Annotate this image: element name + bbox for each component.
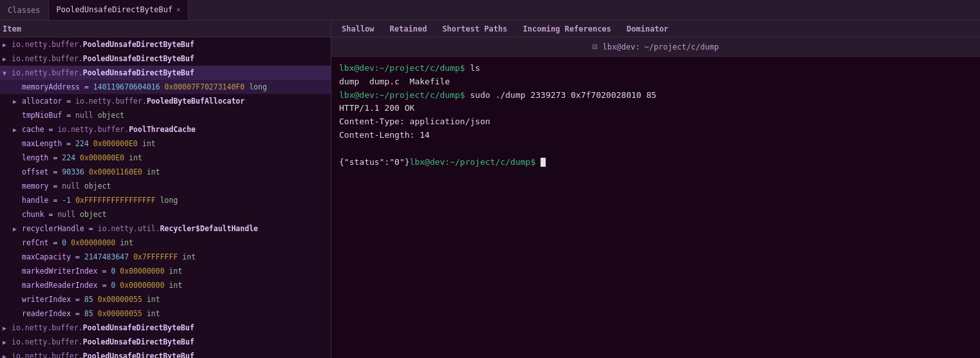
column-header-row: Item — [0, 21, 331, 37]
left-panel: Item ▶ io.netty.buffer.PooledUnsafeDirec… — [0, 21, 331, 358]
tree-item[interactable]: readerIndex = 85 0x00000055 int — [0, 306, 331, 321]
term-output: Content-Length: 14 — [339, 130, 430, 140]
term-output: dump dump.c Makefile — [339, 77, 450, 86]
tree-item[interactable]: chunk = null object — [0, 207, 331, 221]
tab-classes-label: Classes — [8, 6, 41, 15]
tree-item-selected[interactable]: ▼ io.netty.buffer.PooledUnsafeDirectByte… — [0, 66, 331, 80]
tree-item[interactable]: markedReaderIndex = 0 0x00000000 int — [0, 278, 331, 292]
expand-icon: ▶ — [3, 339, 12, 346]
expand-icon: ▼ — [3, 70, 12, 77]
expand-icon: ▶ — [3, 325, 12, 332]
expand-icon: ▶ — [13, 225, 22, 232]
tree-item[interactable]: offset = 90336 0x00001160E0 int — [0, 165, 331, 179]
tree-item[interactable]: ▶ recyclerHandle = io.netty.util.Recycle… — [0, 221, 331, 236]
tab-pooled[interactable]: PooledUnsafeDirectByteBuf ✕ — [49, 0, 189, 20]
expand-icon: ▶ — [3, 353, 12, 359]
term-prompt: lbx@dev:~/project/c/dump$ — [410, 157, 541, 167]
tree-item[interactable]: memoryAddress = 140119670604016 0x00007F… — [0, 80, 331, 94]
tree-item[interactable]: maxLength = 224 0x000000E0 int — [0, 137, 331, 151]
right-panel: Shallow Retained Shortest Paths Incoming… — [331, 21, 980, 358]
terminal-line: lbx@dev:~/project/c/dump$ sudo ./dump 23… — [339, 89, 972, 102]
tab-bar: Classes PooledUnsafeDirectByteBuf ✕ — [0, 0, 980, 21]
terminal-title: lbx@dev: ~/project/c/dump — [603, 42, 719, 52]
terminal-cursor — [541, 158, 546, 167]
term-output: HTTP/1.1 200 OK — [339, 103, 414, 113]
terminal-line: HTTP/1.1 200 OK — [339, 102, 972, 115]
terminal-line: lbx@dev:~/project/c/dump$ ls — [339, 62, 972, 75]
terminal-line: dump dump.c Makefile — [339, 75, 972, 89]
terminal-line: Content-Type: application/json — [339, 115, 972, 129]
tab-close-icon[interactable]: ✕ — [176, 6, 180, 13]
term-cmd: sudo ./dump 2339273 0x7f7020028010 85 — [470, 90, 657, 100]
col-shortest-paths[interactable]: Shortest Paths — [437, 24, 512, 33]
terminal-line: {"status":"0"}lbx@dev:~/project/c/dump$ — [339, 156, 972, 169]
terminal-content[interactable]: lbx@dev:~/project/c/dump$ ls dump dump.c… — [331, 57, 980, 358]
expand-icon: ▶ — [3, 55, 12, 62]
col-item-header: Item — [3, 24, 328, 33]
col-retained[interactable]: Retained — [385, 24, 432, 33]
tree-item[interactable]: length = 224 0x000000E0 int — [0, 151, 331, 165]
tree-item[interactable]: ▶ allocator = io.netty.buffer.PooledByte… — [0, 94, 331, 108]
expand-icon: ▶ — [13, 98, 22, 105]
main-content: Item ▶ io.netty.buffer.PooledUnsafeDirec… — [0, 21, 980, 358]
term-prompt: lbx@dev:~/project/c/dump$ — [339, 90, 470, 100]
tree-item[interactable]: ▶ io.netty.buffer.PooledUnsafeDirectByte… — [0, 52, 331, 66]
term-output: Content-Type: application/json — [339, 117, 490, 126]
term-output: {"status":"0"} — [339, 157, 410, 167]
tree-item[interactable]: ▶ cache = io.netty.buffer.PoolThreadCach… — [0, 122, 331, 137]
expand-icon: ▶ — [13, 126, 22, 133]
term-prompt: lbx@dev:~/project/c/dump$ — [339, 63, 470, 73]
col-dominator[interactable]: Dominator — [622, 24, 674, 33]
tree-container[interactable]: ▶ io.netty.buffer.PooledUnsafeDirectByte… — [0, 37, 331, 358]
tree-item[interactable]: writerIndex = 85 0x00000055 int — [0, 292, 331, 306]
term-cmd: ls — [470, 63, 481, 73]
terminal-icon: ⊡ — [593, 42, 598, 52]
tree-item[interactable]: tmpNioBuf = null object — [0, 108, 331, 122]
expand-icon: ▶ — [3, 41, 12, 48]
terminal-title-bar: ⊡ lbx@dev: ~/project/c/dump — [331, 37, 980, 57]
terminal-line: Content-Length: 14 — [339, 129, 972, 142]
col-incoming-refs[interactable]: Incoming References — [518, 24, 616, 33]
tree-item[interactable]: ▶ io.netty.buffer.PooledUnsafeDirectByte… — [0, 335, 331, 349]
tree-item[interactable]: ▶ io.netty.buffer.PooledUnsafeDirectByte… — [0, 321, 331, 335]
memory-columns-bar: Shallow Retained Shortest Paths Incoming… — [331, 21, 980, 37]
col-shallow[interactable]: Shallow — [337, 24, 380, 33]
tab-pooled-label: PooledUnsafeDirectByteBuf — [57, 5, 173, 14]
terminal-line — [339, 142, 972, 156]
tree-item[interactable]: refCnt = 0 0x00000000 int — [0, 236, 331, 250]
tab-classes[interactable]: Classes — [0, 0, 49, 20]
tree-item[interactable]: ▶ io.netty.buffer.PooledUnsafeDirectByte… — [0, 349, 331, 358]
tree-item[interactable]: memory = null object — [0, 179, 331, 193]
tree-item[interactable]: markedWriterIndex = 0 0x00000000 int — [0, 264, 331, 278]
tree-item[interactable]: ▶ io.netty.buffer.PooledUnsafeDirectByte… — [0, 37, 331, 52]
tree-item[interactable]: maxCapacity = 2147483647 0x7FFFFFFF int — [0, 250, 331, 264]
tree-item[interactable]: handle = -1 0xFFFFFFFFFFFFFFFF long — [0, 193, 331, 207]
